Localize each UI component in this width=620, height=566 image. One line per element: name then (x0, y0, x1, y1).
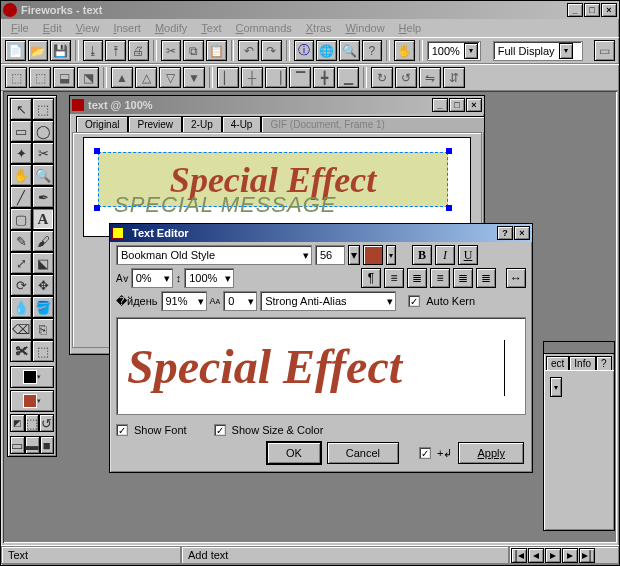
skew-tool[interactable]: ⬕ (32, 252, 54, 274)
redo-icon[interactable]: ↷ (261, 40, 282, 61)
marquee-tool[interactable]: ▭ (10, 120, 32, 142)
hotspot-tool[interactable]: ⬚ (32, 340, 54, 362)
text-editor-canvas[interactable]: Special Effect (116, 317, 526, 415)
split-icon[interactable]: ⬔ (77, 67, 99, 88)
globe-icon[interactable]: 🌐 (316, 40, 337, 61)
cancel-button[interactable]: Cancel (327, 442, 399, 464)
selection-handle[interactable] (446, 148, 452, 154)
tab-effect[interactable]: ect (546, 356, 569, 370)
rotate-cw-icon[interactable]: ↻ (371, 67, 393, 88)
zoom-tool[interactable]: 🔍 (32, 164, 54, 186)
align-center-button[interactable]: ≣ (407, 268, 427, 288)
standard-screen-icon[interactable]: ▭ (10, 436, 25, 454)
italic-button[interactable]: I (435, 245, 455, 265)
flip-v-icon[interactable]: ⇵ (443, 67, 465, 88)
page-icon[interactable]: ▭ (594, 40, 615, 61)
new-icon[interactable]: 📄 (5, 40, 26, 61)
menu-window[interactable]: Window (339, 21, 390, 35)
menu-text[interactable]: Text (195, 21, 227, 35)
panel-grip[interactable] (544, 342, 614, 354)
rectangle-tool[interactable]: ▢ (10, 208, 32, 230)
brush-tool[interactable]: 🖌 (32, 230, 54, 252)
zoom-combo[interactable]: 100%▾ (427, 41, 482, 61)
te-help-button[interactable]: ? (497, 226, 513, 240)
hand-icon[interactable]: ✋ (394, 40, 415, 61)
join-icon[interactable]: ⬓ (53, 67, 75, 88)
align-center-v-icon[interactable]: ╋ (313, 67, 335, 88)
pencil-tool[interactable]: ✎ (10, 230, 32, 252)
pen-tool[interactable]: ✒ (32, 186, 54, 208)
line-tool[interactable]: ╱ (10, 186, 32, 208)
doc-maximize-button[interactable]: □ (449, 98, 465, 112)
maximize-button[interactable]: □ (584, 3, 600, 17)
panel-help[interactable]: ? (596, 356, 612, 370)
crop-tool[interactable]: ✂ (32, 142, 54, 164)
antialias-combo[interactable]: Strong Anti-Alias▾ (260, 291, 396, 311)
autokern-checkbox[interactable]: ✓ (408, 295, 420, 307)
knife-tool[interactable]: ✀ (10, 340, 32, 362)
bold-button[interactable]: B (412, 245, 432, 265)
align-center-h-icon[interactable]: ┼ (241, 67, 263, 88)
import-icon[interactable]: ⭳ (83, 40, 104, 61)
leading-field[interactable]: 100%▾ (184, 268, 234, 288)
selection-handle[interactable] (446, 205, 452, 211)
send-backward-icon[interactable]: ▽ (159, 67, 181, 88)
stroke-color-swatch[interactable]: ▾ (10, 366, 54, 388)
minimize-button[interactable]: _ (567, 3, 583, 17)
menu-modify[interactable]: Modify (149, 21, 193, 35)
zoom-icon[interactable]: 🔍 (339, 40, 360, 61)
menu-xtras[interactable]: Xtras (300, 21, 338, 35)
ungroup-icon[interactable]: ⬚ (29, 67, 51, 88)
last-frame-icon[interactable]: ▸| (579, 548, 595, 563)
selection-handle[interactable] (94, 148, 100, 154)
play-icon[interactable]: ▸ (545, 548, 561, 563)
show-font-checkbox[interactable]: ✓ (116, 424, 128, 436)
full-screen-icon[interactable]: ■ (40, 436, 55, 454)
swap-colors-icon[interactable]: ↺ (39, 414, 54, 432)
underline-button[interactable]: U (458, 245, 478, 265)
font-size-field[interactable]: 56 (315, 245, 345, 265)
help-icon[interactable]: ? (362, 40, 383, 61)
ok-button[interactable]: OK (267, 442, 321, 464)
align-left-icon[interactable]: ▏ (217, 67, 239, 88)
open-icon[interactable]: 📂 (28, 40, 49, 61)
eyedropper-tool[interactable]: 💧 (10, 296, 32, 318)
bring-front-icon[interactable]: ▲ (111, 67, 133, 88)
rubber-stamp-tool[interactable]: ⎘ (32, 318, 54, 340)
hscale-field[interactable]: 91%▾ (161, 291, 207, 311)
paragraph-options-icon[interactable]: ¶ (361, 268, 381, 288)
tab-original[interactable]: Original (76, 116, 128, 132)
scale-tool[interactable]: ⤢ (10, 252, 32, 274)
size-dropdown-icon[interactable]: ▾ (348, 245, 360, 265)
font-family-combo[interactable]: Bookman Old Style▾ (116, 245, 312, 265)
flip-h-icon[interactable]: ⇋ (419, 67, 441, 88)
next-frame-icon[interactable]: ▸ (562, 548, 578, 563)
apply-sticky-checkbox[interactable]: ✓ (419, 447, 431, 459)
align-justify-button[interactable]: ≣ (453, 268, 473, 288)
display-mode-combo[interactable]: Full Display▾ (493, 41, 583, 61)
fill-color-swatch[interactable]: ▾ (10, 390, 54, 412)
tab-info[interactable]: Info (569, 356, 596, 370)
text-fill-swatch[interactable] (363, 245, 383, 265)
menu-help[interactable]: Help (393, 21, 428, 35)
hand-tool[interactable]: ✋ (10, 164, 32, 186)
cut-icon[interactable]: ✂ (161, 40, 182, 61)
info-icon[interactable]: ⓘ (294, 40, 315, 61)
tab-4up[interactable]: 4-Up (222, 116, 262, 132)
eraser-tool[interactable]: ⌫ (10, 318, 32, 340)
align-left-button[interactable]: ≡ (384, 268, 404, 288)
save-icon[interactable]: 💾 (50, 40, 71, 61)
align-right-icon[interactable]: ▕ (265, 67, 287, 88)
menu-commands[interactable]: Commands (230, 21, 298, 35)
close-button[interactable]: × (601, 3, 617, 17)
default-colors-icon[interactable]: ◩ (10, 414, 25, 432)
menu-file[interactable]: FFileile (5, 21, 35, 35)
baseline-shift-field[interactable]: 0▾ (223, 291, 257, 311)
doc-close-button[interactable]: × (466, 98, 482, 112)
no-color-icon[interactable]: ⬚ (25, 414, 40, 432)
subselect-tool[interactable]: ⬚ (32, 98, 54, 120)
paint-bucket-tool[interactable]: 🪣 (32, 296, 54, 318)
export-icon[interactable]: ⭱ (105, 40, 126, 61)
text-direction-icon[interactable]: ↔ (506, 268, 526, 288)
align-stretch-button[interactable]: ≣ (476, 268, 496, 288)
